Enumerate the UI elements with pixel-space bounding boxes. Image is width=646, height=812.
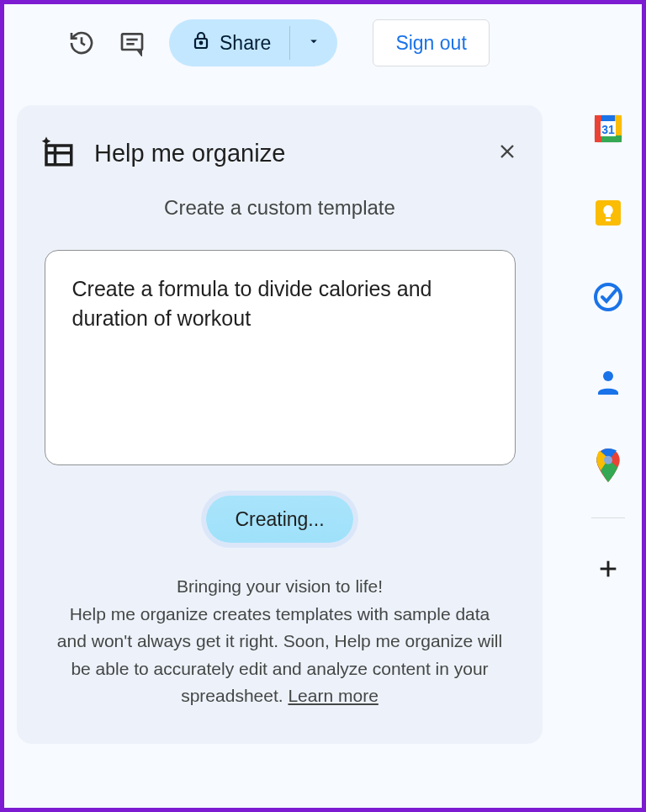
svg-rect-18: [606, 219, 611, 221]
panel-title: Help me organize: [94, 140, 472, 167]
sign-out-button[interactable]: Sign out: [373, 19, 489, 66]
share-button[interactable]: Share: [169, 19, 289, 66]
top-toolbar: Share Sign out: [4, 4, 642, 87]
close-icon: [497, 141, 517, 165]
plus-icon: [596, 557, 620, 584]
sparkle-table-icon: [40, 134, 76, 172]
share-label: Share: [220, 32, 271, 55]
add-app-button[interactable]: [593, 555, 623, 586]
svg-point-21: [604, 456, 612, 464]
comments-icon[interactable]: [112, 23, 152, 63]
svg-rect-0: [122, 34, 142, 50]
help-me-organize-panel: Help me organize Create a custom templat…: [17, 105, 543, 744]
svg-rect-14: [595, 115, 601, 142]
tasks-app-icon[interactable]: [593, 282, 623, 312]
panel-header: Help me organize: [40, 134, 519, 172]
info-body: Help me organize creates templates with …: [57, 604, 502, 706]
side-panel-rail: 31: [581, 114, 635, 586]
sign-out-label: Sign out: [395, 32, 466, 55]
svg-rect-5: [46, 146, 71, 165]
learn-more-link[interactable]: Learn more: [288, 686, 378, 705]
history-icon[interactable]: [61, 23, 102, 63]
calendar-app-icon[interactable]: 31: [593, 114, 623, 144]
info-text: Bringing your vision to life! Help me or…: [53, 573, 507, 710]
svg-point-20: [603, 371, 613, 381]
keep-app-icon[interactable]: [593, 198, 623, 228]
info-lead: Bringing your vision to life!: [177, 576, 383, 596]
rail-divider: [591, 517, 625, 518]
maps-app-icon[interactable]: [593, 450, 623, 480]
panel-subtitle: Create a custom template: [164, 196, 395, 220]
lock-icon: [191, 30, 211, 56]
svg-text:31: 31: [601, 123, 615, 136]
share-button-group: Share: [169, 19, 337, 66]
contacts-app-icon[interactable]: [593, 366, 623, 396]
prompt-input[interactable]: [45, 250, 516, 465]
creating-label: Creating...: [235, 508, 324, 530]
share-dropdown-button[interactable]: [290, 19, 337, 66]
svg-point-4: [200, 42, 203, 45]
chevron-down-icon: [306, 34, 321, 52]
creating-button[interactable]: Creating...: [206, 496, 352, 543]
close-button[interactable]: [490, 136, 524, 170]
